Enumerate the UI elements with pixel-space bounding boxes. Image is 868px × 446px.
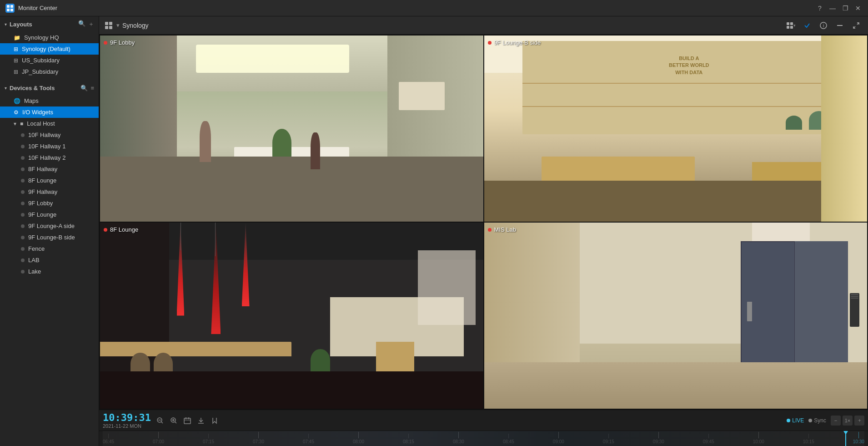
restore-button[interactable]: ❐ (841, 4, 850, 13)
sidebar-item-fence[interactable]: Fence (0, 243, 99, 254)
layout-selector-btn[interactable]: ▾ (784, 19, 797, 32)
svg-rect-4 (105, 22, 108, 25)
close-button[interactable]: ✕ (853, 4, 863, 13)
timeline-right: LIVE Sync − 1× ＋ (787, 416, 864, 426)
sidebar-item-jp-subsidiary[interactable]: ⊞ JP_Subsidary (0, 66, 99, 77)
l8-plant (311, 349, 330, 371)
devices-label: Devices & Tools (10, 85, 80, 91)
recording-dot (488, 228, 492, 232)
fullscreen-btn[interactable] (850, 19, 863, 32)
minus-btn[interactable]: − (831, 416, 841, 426)
info-btn[interactable]: i (817, 19, 830, 32)
plant-shelf-2 (786, 116, 803, 130)
sidebar-label-lab: LAB (28, 257, 40, 264)
live-dot-blue (787, 419, 790, 422)
sidebar-item-9f-lounge[interactable]: 9F Lounge (0, 209, 99, 220)
sidebar-item-8f-lounge[interactable]: 8F Lounge (0, 175, 99, 186)
person-1 (200, 121, 211, 162)
sidebar-item-9f-lobby[interactable]: 9F Lobby (0, 198, 99, 209)
shelf-line-2 (522, 106, 856, 107)
sidebar-label-jp-subsidiary: JP_Subsidary (22, 68, 58, 75)
content-area: ▾ Synology ▾ (99, 16, 868, 446)
sync-button[interactable]: Sync (808, 417, 826, 424)
sidebar-item-10f-hallway[interactable]: 10F Hallway (0, 129, 99, 141)
sidebar-item-9f-hallway[interactable]: 9F Hallway (0, 186, 99, 198)
sidebar-label-8f-lounge: 8F Lounge (28, 177, 56, 184)
sidebar-item-maps[interactable]: 🌐 Maps (0, 95, 99, 106)
sidebar-label-maps: Maps (24, 97, 39, 104)
search-icon[interactable]: 🔍 (78, 20, 85, 28)
camera-cell-9f-lounge-b[interactable]: BUILD ABETTER WORLDWITH DATA (484, 35, 868, 222)
mis-main-wall (580, 223, 752, 344)
svg-rect-3 (10, 9, 13, 11)
door-handle-left (747, 302, 753, 322)
devices-sort-icon[interactable]: ≡ (90, 85, 94, 91)
sidebar-item-10f-hallway-1[interactable]: 10F Hallway 1 (0, 141, 99, 152)
sidebar-item-us-subsidiary[interactable]: ⊞ US_Subsidary (0, 55, 99, 66)
svg-rect-6 (105, 26, 108, 29)
sidebar-item-8f-hallway[interactable]: 8F Hallway (0, 163, 99, 175)
cam-dot (21, 179, 25, 182)
layout-icon (105, 21, 113, 30)
sidebar-item-lake[interactable]: Lake (0, 266, 99, 277)
sidebar-item-local-host[interactable]: ▾ ■ Local Host (0, 118, 99, 129)
add-layout-icon[interactable]: ＋ (88, 20, 94, 28)
camera-cell-8f-lounge[interactable]: 8F Lounge (100, 223, 483, 409)
grid-icon: ⊞ (14, 57, 18, 64)
time-display-container: 10:39:31 2021-11-22 MON (103, 412, 151, 429)
sidebar-item-synology-hq[interactable]: 📁 Synology HQ (0, 32, 99, 43)
timeline-ruler[interactable]: 06:45 07:00 07:15 07:30 (99, 431, 868, 446)
1x-btn[interactable]: 1× (843, 416, 853, 426)
right-corridor (821, 35, 867, 222)
sidebar-item-10f-hallway-2[interactable]: 10F Hallway 2 (0, 152, 99, 163)
camera-feed-8f-lounge (100, 223, 483, 409)
calendar-btn[interactable] (182, 415, 193, 426)
download-btn[interactable] (196, 415, 206, 426)
layouts-chevron: ▾ (5, 22, 7, 27)
cam-dot (21, 224, 25, 228)
cam-dot (21, 167, 25, 171)
main-container: ▾ Layouts 🔍 ＋ 📁 Synology HQ ⊞ Synology (… (0, 16, 868, 446)
camera-cell-9f-lobby[interactable]: 9F Lobby (100, 35, 483, 222)
svg-rect-7 (109, 26, 112, 29)
cam-dot (21, 190, 25, 194)
sidebar-label-io-widgets: I/O Widgets (22, 109, 53, 116)
mis-keypad (850, 293, 859, 327)
sidebar-label-9f-lounge: 9F Lounge (28, 211, 56, 218)
zoom-in-btn[interactable] (168, 415, 179, 426)
svg-rect-10 (787, 26, 789, 29)
time-display: 10:39:31 (103, 412, 151, 423)
check-btn[interactable] (801, 19, 813, 32)
layouts-section-header[interactable]: ▾ Layouts 🔍 ＋ (0, 16, 99, 32)
host-icon: ■ (20, 121, 23, 127)
sidebar-item-lab[interactable]: LAB (0, 254, 99, 266)
minimize-button[interactable]: — (828, 4, 837, 13)
app-icon (5, 4, 15, 13)
person-2 (311, 132, 320, 170)
sidebar-item-9f-lounge-b[interactable]: 9F Lounge-B side (0, 232, 99, 243)
sidebar-label-10f-hallway: 10F Hallway (28, 132, 61, 138)
sidebar-label-9f-lounge-a: 9F Lounge-A side (28, 223, 75, 229)
devices-search-icon[interactable]: 🔍 (80, 85, 88, 91)
title-bar: Monitor Center ? — ❐ ✕ (0, 0, 868, 16)
content-title: Synology (122, 22, 784, 29)
plus-btn[interactable]: ＋ (854, 416, 864, 426)
bookmark-btn[interactable] (209, 415, 220, 426)
camera-cell-mis-lab[interactable]: MIS Lab (484, 223, 868, 409)
minimize-view-btn[interactable] (833, 19, 846, 32)
sidebar-item-io-widgets[interactable]: ⚙ I/O Widgets (0, 106, 99, 118)
devices-section-header[interactable]: ▾ Devices & Tools 🔍 ≡ (0, 81, 99, 95)
zoom-out-btn[interactable] (155, 415, 166, 426)
l8-table (376, 342, 414, 375)
sidebar-item-9f-lounge-a[interactable]: 9F Lounge-A side (0, 220, 99, 232)
sidebar-item-synology-default[interactable]: ⊞ Synology (Default) (0, 43, 99, 55)
camera-name-9f-lounge-b: 9F Lounge-B side (494, 39, 541, 46)
camera-label-9f-lobby: 9F Lobby (104, 39, 135, 46)
cam-dot (21, 213, 25, 217)
table-1 (542, 157, 695, 184)
wire-2 (215, 223, 216, 256)
help-button[interactable]: ? (815, 4, 824, 13)
key-1 (851, 294, 858, 295)
lobby-floor (100, 157, 483, 222)
mis-door-right (794, 241, 848, 375)
